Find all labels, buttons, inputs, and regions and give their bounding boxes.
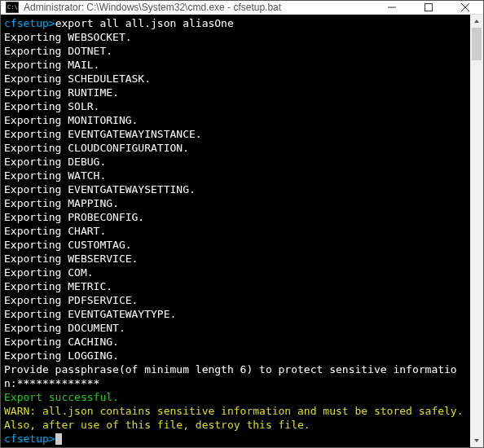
export-line: Exporting CACHING. — [4, 336, 119, 348]
export-line: Exporting COM. — [4, 266, 94, 279]
scrollbar-thumb[interactable] — [472, 28, 482, 60]
scroll-up-arrow[interactable] — [470, 15, 483, 28]
window-title: Administrator: C:\Windows\System32\cmd.e… — [24, 2, 373, 13]
export-line: Exporting DOCUMENT. — [4, 322, 125, 334]
export-line: Exporting SCHEDULETASK. — [4, 72, 151, 85]
export-line: Exporting LOGGING. — [4, 349, 119, 362]
svg-marker-7 — [474, 439, 479, 442]
export-line: Exporting MAPPING. — [4, 197, 119, 209]
window-controls — [373, 1, 483, 14]
export-line: Exporting METRIC. — [4, 280, 112, 292]
terminal-output[interactable]: cfsetup>export all all.json aliasOne Exp… — [1, 15, 470, 447]
export-line: Exporting PROBECONFIG. — [4, 211, 144, 223]
titlebar[interactable]: C:\ Administrator: C:\Windows\System32\c… — [1, 1, 483, 15]
export-line: Exporting MONITORING. — [4, 114, 138, 126]
export-line: Exporting EVENTGATEWAYINSTANCE. — [4, 128, 202, 140]
maximize-button[interactable] — [410, 1, 447, 14]
export-line: Exporting SOLR. — [4, 100, 99, 112]
export-line: Exporting MAIL. — [4, 59, 99, 71]
svg-text:C:\: C:\ — [7, 4, 18, 11]
svg-marker-6 — [474, 20, 479, 23]
export-line: Exporting DEBUG. — [4, 156, 106, 168]
prompt: cfsetup> — [4, 433, 55, 445]
minimize-button[interactable] — [373, 1, 410, 14]
cmd-icon: C:\ — [6, 2, 19, 13]
close-button[interactable] — [447, 1, 483, 14]
terminal-area: cfsetup>export all all.json aliasOne Exp… — [1, 15, 483, 447]
prompt: cfsetup> — [4, 17, 55, 29]
export-line: Exporting EVENTGATEWAYTYPE. — [4, 308, 176, 320]
export-line: Exporting EVENTGATEWAYSETTING. — [4, 183, 196, 195]
scrollbar-track[interactable] — [470, 28, 483, 434]
svg-rect-3 — [425, 4, 432, 11]
export-line: Exporting CHART. — [4, 225, 106, 237]
export-line: Exporting DOTNET. — [4, 45, 112, 57]
export-line: Exporting CUSTOMTAG. — [4, 239, 132, 251]
command-text: export all all.json aliasOne — [55, 17, 234, 29]
export-line: Exporting CLOUDCONFIGURATION. — [4, 142, 189, 154]
success-line: Export successful. — [4, 391, 119, 403]
scroll-down-arrow[interactable] — [470, 434, 483, 447]
export-line: Exporting PDFSERVICE. — [4, 294, 138, 306]
export-line: Exporting RUNTIME. — [4, 86, 119, 99]
warn-line: WARN: all.json contains sensitive inform… — [4, 405, 469, 431]
export-line: Exporting WATCH. — [4, 169, 106, 182]
command-prompt-window: C:\ Administrator: C:\Windows\System32\c… — [0, 0, 484, 448]
cursor — [55, 433, 62, 445]
export-line: Exporting WEBSERVICE. — [4, 253, 138, 265]
passphrase-line: Provide passphrase(of minimum length 6) … — [4, 363, 457, 389]
export-line: Exporting WEBSOCKET. — [4, 31, 132, 43]
vertical-scrollbar[interactable] — [470, 15, 483, 447]
